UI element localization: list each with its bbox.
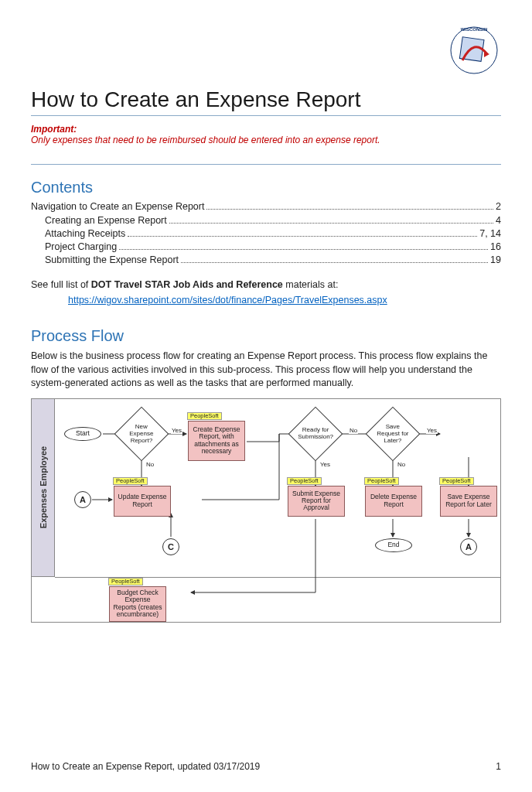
process-flow-heading: Process Flow (31, 327, 501, 345)
toc-label: Navigation to Create an Expense Report (31, 201, 204, 212)
flow-submit-approval: PeopleSoft Submit Expense Report for App… (288, 486, 345, 517)
toc-row[interactable]: Navigation to Create an Expense Report 2 (31, 201, 501, 212)
edge-no: No (397, 461, 406, 468)
svg-text:WISCONSIN: WISCONSIN (461, 27, 488, 32)
flow-delete-report: PeopleSoft Delete Expense Report (365, 486, 422, 517)
toc-leader (128, 228, 477, 237)
toc-page: 4 (496, 215, 501, 226)
toc-page: 7, 14 (479, 228, 501, 239)
toc-label: Creating an Expense Report (45, 215, 167, 226)
flow-end: End (375, 538, 412, 552)
toc-row[interactable]: Project Charging 16 (31, 241, 501, 252)
footer-left: How to Create an Expense Report, updated… (31, 761, 260, 772)
toc-row[interactable]: Attaching Receipts 7, 14 (31, 228, 501, 239)
edge-no: No (145, 461, 155, 468)
flow-connector-a: A (74, 491, 91, 508)
toc-label: Attaching Receipts (45, 228, 125, 239)
edge-yes: Yes (171, 427, 182, 434)
toc-page: 2 (496, 201, 501, 212)
flow-update-report: PeopleSoft Update Expense Report (114, 486, 171, 517)
toc-page: 16 (490, 241, 501, 252)
toc-page: 19 (490, 254, 501, 265)
toc-leader (206, 201, 493, 210)
page-title: How to Create an Expense Report (31, 87, 501, 116)
peoplesoft-tag: PeopleSoft (439, 477, 474, 485)
page-footer: How to Create an Expense Report, updated… (31, 761, 501, 772)
flow-save-later: PeopleSoft Save Expense Report for Later (440, 486, 497, 517)
reference-link[interactable]: https://wigov.sharepoint.com/sites/dot/f… (68, 295, 387, 306)
flow-connector-c: C (162, 538, 179, 555)
toc-label: Submitting the Expense Report (45, 254, 179, 265)
flow-connector-a2: A (460, 538, 477, 555)
divider (31, 164, 501, 165)
wisconsin-dot-logo: WISCONSIN (447, 23, 501, 77)
toc-leader (119, 241, 488, 250)
flow-create-report: PeopleSoft Create Expense Report, with a… (188, 421, 245, 461)
swimlane-label: Expenses Employee (32, 399, 55, 577)
important-body: Only expenses that need to be reimbursed… (31, 135, 501, 145)
flow-start: Start (64, 427, 101, 441)
edge-no: No (349, 427, 358, 434)
toc-leader (169, 214, 493, 223)
edge-yes: Yes (319, 461, 331, 468)
toc-label: Project Charging (45, 241, 117, 252)
peoplesoft-tag: PeopleSoft (187, 412, 222, 420)
table-of-contents: Navigation to Create an Expense Report 2… (31, 201, 501, 265)
flow-budget-check: PeopleSoft Budget Check Expense Reports … (109, 586, 166, 622)
toc-leader (181, 254, 488, 263)
important-label: Important: (31, 124, 501, 135)
reference-text: See full list of DOT Travel STAR Job Aid… (31, 279, 501, 290)
process-flow-body: Below is the business process flow for c… (31, 350, 501, 391)
peoplesoft-tag: PeopleSoft (364, 477, 399, 485)
contents-heading: Contents (31, 179, 501, 196)
peoplesoft-tag: PeopleSoft (287, 477, 322, 485)
footer-page-number: 1 (496, 761, 501, 772)
peoplesoft-tag: PeopleSoft (113, 477, 148, 485)
peoplesoft-tag: PeopleSoft (108, 578, 143, 585)
process-flow-diagram: Expenses Employee Start New Expense Repo… (31, 398, 501, 623)
edge-yes: Yes (426, 427, 438, 434)
toc-row[interactable]: Creating an Expense Report 4 (31, 214, 501, 225)
toc-row[interactable]: Submitting the Expense Report 19 (31, 254, 501, 265)
